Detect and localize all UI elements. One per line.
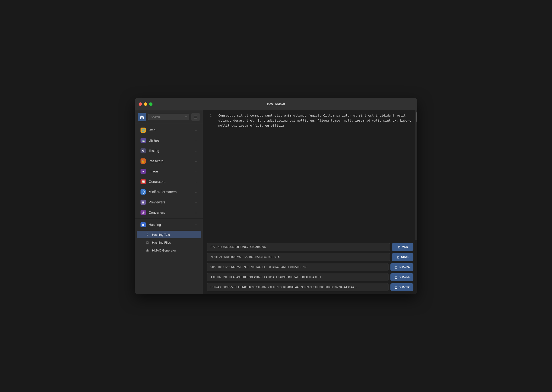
testing-icon: ⚙ bbox=[141, 148, 146, 154]
sidebar-item-minifier[interactable]: ◯ Minifier/Formatters ⌄ bbox=[137, 187, 201, 197]
chevron-up-icon: ⌃ bbox=[195, 223, 197, 226]
editor-input[interactable]: Consequat sit ut commodo sunt elit enim … bbox=[214, 110, 415, 240]
content-area: 1 Consequat sit ut commodo sunt elit eni… bbox=[203, 110, 417, 294]
copy-icon bbox=[396, 256, 400, 259]
minifier-icon: ◯ bbox=[141, 189, 146, 195]
sidebar-item-web[interactable]: 🌐 Web ⌄ bbox=[137, 125, 201, 135]
hmac-generator-label: HMAC Generator bbox=[152, 249, 176, 252]
hash-row-sha512: C1B243DB8955578FEDA4CDAC9D33E9D6D73F1C7E… bbox=[207, 283, 413, 291]
scrollbar-track[interactable] bbox=[415, 110, 417, 240]
copy-icon bbox=[394, 266, 397, 269]
copy-sha224-button[interactable]: SHA224 bbox=[390, 263, 413, 271]
svg-rect-0 bbox=[194, 116, 197, 116]
web-icon: 🌐 bbox=[141, 127, 146, 133]
copy-sha1-button[interactable]: SHA1 bbox=[392, 253, 413, 261]
hash-icon: # bbox=[145, 233, 150, 237]
sidebar-item-hashing-files[interactable]: □ Hashing Files bbox=[137, 238, 201, 246]
sidebar-item-hashing-text[interactable]: # Hashing Text bbox=[137, 231, 201, 238]
home-icon bbox=[140, 115, 144, 119]
hashing-sub-items: # Hashing Text □ Hashing Files ◉ HMAC Ge… bbox=[135, 230, 203, 255]
copy-sha256-button[interactable]: SHA256 bbox=[390, 273, 413, 281]
sidebar-item-converters[interactable]: ◎ Converters ⌄ bbox=[137, 208, 201, 217]
chevron-down-icon: ⌄ bbox=[195, 201, 197, 204]
sidebar-item-label-password: Password bbox=[149, 159, 163, 163]
editor-area: 1 Consequat sit ut commodo sunt elit eni… bbox=[203, 110, 417, 240]
sidebar-item-label-testing: Testing bbox=[149, 149, 159, 153]
svg-rect-2 bbox=[194, 118, 197, 119]
close-button[interactable] bbox=[139, 102, 142, 106]
sidebar-item-previewers[interactable]: ▦ Previewers ⌄ bbox=[137, 197, 201, 207]
menu-button[interactable] bbox=[191, 113, 200, 121]
svg-rect-5 bbox=[395, 266, 397, 268]
hash-value-sha256: A3E8D69D9CC0EACA9DFDF03BF49D75FF42854FF6… bbox=[207, 273, 389, 281]
svg-rect-1 bbox=[194, 117, 197, 117]
sidebar-item-label-minifier: Minifier/Formatters bbox=[149, 190, 177, 194]
sidebar-item-generators[interactable]: 📊 Generators ⌄ bbox=[137, 177, 201, 187]
generators-icon: 📊 bbox=[141, 179, 146, 184]
hash-value-md5: F77221AA56EA47B3F159C78CDDADAE9A bbox=[207, 243, 390, 251]
app-window: DevTools-X Search... ▾ bbox=[135, 98, 417, 294]
minimize-button[interactable] bbox=[144, 102, 147, 106]
sha1-label: SHA1 bbox=[401, 255, 409, 259]
image-icon: ● bbox=[141, 169, 146, 174]
converters-icon: ◎ bbox=[141, 210, 146, 215]
hash-row-sha224: 9B5818E3126C6AE25F52C027DB14ACEE8F83A047… bbox=[207, 263, 413, 271]
hash-row-md5: F77221AA56EA47B3F159C78CDDADAE9A MD5 bbox=[207, 243, 413, 251]
chevron-down-icon: ⌄ bbox=[195, 139, 197, 142]
sidebar-item-label-generators: Generators bbox=[149, 180, 165, 183]
traffic-lights bbox=[139, 102, 152, 106]
svg-rect-3 bbox=[398, 246, 400, 248]
sidebar-item-label-utilities: Utilities bbox=[149, 139, 159, 142]
copy-icon bbox=[394, 276, 397, 279]
titlebar: DevTools-X bbox=[135, 98, 417, 110]
copy-md5-button[interactable]: MD5 bbox=[392, 243, 413, 251]
home-button[interactable] bbox=[138, 113, 146, 121]
sidebar-item-label-hashing: Hashing bbox=[149, 223, 161, 227]
md5-label: MD5 bbox=[402, 245, 408, 249]
nav-section: 🌐 Web ⌄ 🚌 Utilities ⌄ bbox=[135, 124, 203, 256]
sidebar-item-image[interactable]: ● Image ⌄ bbox=[137, 166, 201, 176]
svg-rect-4 bbox=[398, 257, 399, 258]
svg-rect-7 bbox=[395, 287, 397, 288]
sidebar-item-label-previewers: Previewers bbox=[149, 200, 165, 204]
hashing-text-label: Hashing Text bbox=[152, 233, 170, 237]
maximize-button[interactable] bbox=[149, 102, 152, 106]
hashing-files-label: Hashing Files bbox=[152, 241, 171, 244]
hash-value-sha1: 7F31C24B6B4ED08797C12C107CB567E4C0C1B51A bbox=[207, 253, 390, 261]
hash-value-sha512: C1B243DB8955578FEDA4CDAC9D33E9D6D73F1C7E… bbox=[207, 283, 389, 291]
search-box[interactable]: Search... ▾ bbox=[148, 114, 189, 120]
chevron-down-icon: ⌄ bbox=[195, 170, 197, 173]
sidebar-item-password[interactable]: 🔒 Password ⌄ bbox=[137, 156, 201, 166]
scrollbar-thumb bbox=[416, 112, 417, 122]
sidebar-item-hmac-generator[interactable]: ◉ HMAC Generator bbox=[137, 246, 201, 254]
previewers-icon: ▦ bbox=[141, 200, 146, 205]
line-number-1: 1 bbox=[203, 113, 212, 118]
sha224-label: SHA224 bbox=[399, 266, 410, 269]
sidebar-header: Search... ▾ bbox=[135, 110, 203, 124]
window-title: DevTools-X bbox=[267, 102, 285, 106]
copy-sha512-button[interactable]: SHA512 bbox=[390, 283, 413, 291]
hashing-icon: ▦ bbox=[141, 222, 146, 227]
search-placeholder: Search... bbox=[151, 115, 162, 119]
chevron-down-icon: ⌄ bbox=[195, 149, 197, 153]
chevron-down-icon: ⌄ bbox=[195, 211, 197, 214]
sidebar-item-label-converters: Converters bbox=[149, 210, 165, 214]
sidebar-item-label-web: Web bbox=[149, 128, 156, 132]
sidebar: Search... ▾ 🌐 bbox=[135, 110, 203, 294]
menu-icon bbox=[193, 115, 198, 119]
line-numbers: 1 bbox=[203, 110, 214, 240]
copy-icon bbox=[397, 245, 400, 249]
sidebar-item-hashing[interactable]: ▦ Hashing ⌃ bbox=[137, 220, 201, 230]
file-icon: □ bbox=[145, 240, 150, 244]
svg-rect-6 bbox=[395, 277, 397, 278]
sidebar-item-testing[interactable]: ⚙ Testing ⌄ bbox=[137, 146, 201, 156]
search-shortcut: ▾ bbox=[185, 115, 187, 119]
sidebar-item-utilities[interactable]: 🚌 Utilities ⌄ bbox=[137, 135, 201, 146]
chevron-down-icon: ⌄ bbox=[195, 190, 197, 194]
utilities-icon: 🚌 bbox=[141, 138, 146, 143]
sidebar-item-label-image: Image bbox=[149, 169, 158, 173]
hash-row-sha1: 7F31C24B6B4ED08797C12C107CB567E4C0C1B51A… bbox=[207, 253, 413, 261]
circle-icon: ◉ bbox=[145, 248, 150, 252]
chevron-down-icon: ⌄ bbox=[195, 180, 197, 183]
sha256-label: SHA256 bbox=[399, 275, 410, 279]
